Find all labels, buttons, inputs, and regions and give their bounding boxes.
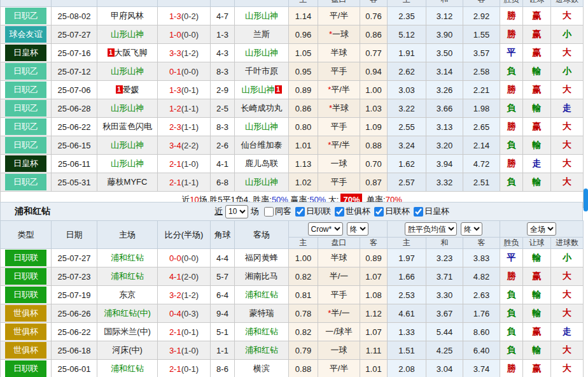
asia-handicap-line: 半球 (318, 44, 360, 62)
league-badge: 日职乙 (5, 82, 46, 98)
euro-home-odds: 1.97 (388, 249, 426, 267)
league-cell: 日职乙 (1, 136, 52, 155)
home-team: 1爱媛 (97, 81, 158, 99)
euro-away-odds: 3.57 (463, 44, 500, 62)
corners-cell: 4-3 (211, 44, 235, 62)
result-handicap: 輸 (523, 249, 551, 267)
result-wdl: 平 (500, 249, 523, 267)
euro-away-odds: 1.55 (463, 25, 500, 44)
score-cell: 0-4(0-3) (158, 304, 211, 323)
asia-away-odds: 0.77 (360, 44, 388, 62)
result-goals: 大 (551, 155, 584, 173)
table1-subheader-row: 主盘口客主和客胜负让球进球数 (1, 0, 584, 7)
score-cell: 2-1(1-1) (158, 173, 211, 192)
team-name: 浦和红钻 (245, 345, 278, 355)
league-checkbox-1[interactable] (295, 207, 305, 217)
team-name: 浦和红钻 (245, 290, 278, 299)
asia-away-odds: 0.87 (360, 173, 388, 192)
euro-home-odds: 3.03 (388, 81, 426, 99)
corners-cell: 8-6 (211, 360, 235, 377)
result-handicap: 赢 (523, 25, 551, 44)
team-name: 山形山神 (245, 122, 278, 131)
league-badge: 日职乙 (5, 118, 46, 135)
league-cell: 日职乙 (1, 118, 52, 136)
result-wdl: 勝 (500, 267, 523, 286)
score-halftime: (0-3) (181, 309, 199, 318)
team-name: 山形山神 (111, 103, 144, 113)
asia-away-odds: 1.00 (360, 81, 388, 99)
same-opponent-checkbox[interactable] (264, 207, 274, 217)
league-cell: 日职联 (1, 249, 52, 267)
filter-bar: 近 10 场 同客 日职联世俱杯日联杯日皇杯 (214, 203, 449, 220)
league-badge: 日职乙 (5, 174, 46, 190)
match-row: 日职联25-07-27浦和红钻0-0(0-0)4-4福冈黄蜂1.00半球0.89… (1, 249, 584, 267)
team-name: 山形山神 (111, 140, 144, 150)
result-wdl: 負 (500, 136, 523, 155)
match-scope-select[interactable]: 全场 (527, 222, 556, 236)
league-checkbox-label: 日职联 (306, 206, 331, 216)
score-halftime: (2-0) (181, 272, 199, 281)
result-wdl: 負 (500, 173, 523, 192)
match-row: 日职乙25-07-061爱媛1-3(0-1)2-9山形山神10.89*平/半1.… (1, 81, 584, 99)
league-checkbox-4[interactable] (414, 207, 423, 217)
result-goals: 走 (551, 323, 584, 341)
asia-home-odds: 1.00 (289, 249, 318, 267)
score-halftime: (1-2) (181, 48, 199, 58)
league-cell: 日职联 (1, 286, 52, 304)
score-fulltime: 0-1 (169, 67, 181, 76)
score-halftime: (0-0) (181, 67, 199, 76)
recent-count-select[interactable]: 10 (225, 205, 248, 218)
column-subheader: 主 (289, 238, 318, 249)
asia-away-odds: 1.08 (360, 286, 388, 304)
corners-cell: 5-1 (211, 323, 235, 341)
team-name: 兰斯 (253, 29, 270, 39)
score-fulltime: 3-2 (169, 290, 181, 300)
home-team: 浦和红钻 (97, 267, 158, 286)
line-text: 半球 (331, 253, 347, 262)
asia-home-odds: 0.80 (289, 118, 318, 136)
corners-cell: 2-6 (211, 136, 235, 155)
score-halftime: (0-0) (181, 253, 199, 263)
score-cell: 1-2(1-1) (158, 99, 211, 118)
result-wdl: 負 (500, 62, 523, 81)
league-badge: 世俱杯 (5, 342, 46, 359)
result-handicap: 走 (523, 155, 551, 173)
column-header: 盘口 (318, 0, 360, 7)
bookmaker-select[interactable]: Crow* (308, 222, 343, 236)
team-name: 爱媛 (123, 85, 139, 94)
league-checkbox-3[interactable] (374, 207, 384, 217)
column-subheader: 和 (426, 238, 463, 249)
asia-handicap-line: *一球 (318, 25, 360, 44)
league-checkbox-2[interactable] (335, 207, 344, 217)
line-text: 一球 (331, 159, 347, 168)
team-name: 千叶市原 (245, 66, 278, 76)
team-name: 湘南比马 (245, 271, 278, 281)
team-name: 仙台维加泰 (241, 140, 283, 150)
euro-home-odds: 2.08 (388, 360, 426, 377)
euro-away-odds: 6.40 (463, 341, 500, 360)
euro-odds-select[interactable]: 胜平负均值 (405, 222, 457, 236)
match-date: 25-07-19 (52, 286, 97, 304)
match-date: 25-07-06 (52, 81, 97, 99)
corners-cell: 4-4 (211, 249, 235, 267)
score-fulltime: 1-2 (169, 104, 181, 113)
league-badge: 日职联 (5, 250, 46, 266)
scrollbar-thumb[interactable] (584, 188, 588, 211)
euro-home-odds: 2.62 (388, 62, 426, 81)
league-badge: 世俱杯 (5, 324, 46, 340)
score-cell: 1-0(0-0) (158, 25, 211, 44)
team-name: 鹿儿岛联 (245, 159, 278, 168)
euro-away-odds: 3.74 (463, 360, 500, 377)
match-row: 日职乙25-08-02甲府风林1-3(0-2)4-7山形山神1.14平/半0.7… (1, 7, 584, 25)
away-team: 山形山神 (235, 173, 289, 192)
team-name: 河床(中) (112, 345, 143, 355)
asia-away-odds: 1.03 (360, 99, 388, 118)
match-row: 世俱杯25-06-18河床(中)3-1(1-0)1-1浦和红钻0.79一球1.1… (1, 341, 584, 360)
result-handicap: 輸 (523, 99, 551, 118)
score-fulltime: 3-3 (169, 48, 181, 58)
match-date: 25-07-27 (52, 249, 97, 267)
euro-away-odds: 2.51 (463, 173, 500, 192)
odds-stage-select[interactable]: 终 (347, 222, 368, 236)
euro-stage-select[interactable]: 终 (461, 222, 482, 236)
result-wdl: 勝 (500, 118, 523, 136)
